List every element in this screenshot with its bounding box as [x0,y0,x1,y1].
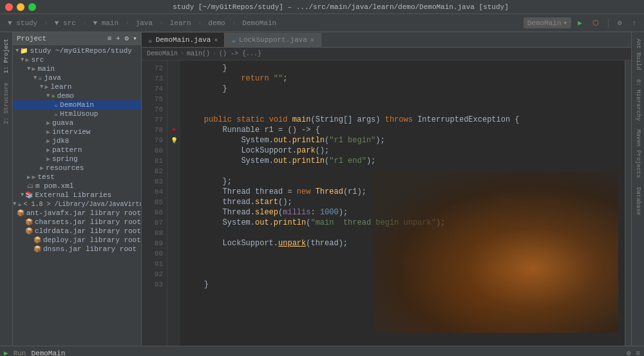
lib-icon: 📚 [25,191,33,199]
tree-item-extlibs[interactable]: ▼ 📚 External Libraries [13,191,141,200]
tree-item-java[interactable]: ▼ ☕ java [13,73,141,82]
tree-item-antjar[interactable]: 📦 ant-javafx.jar library root [13,209,141,218]
tree-item-charsetsjar[interactable]: 📦 charsets.jar library root [13,218,141,227]
tree-item-spring[interactable]: ▶ spring [13,155,141,164]
breakpoint-indicator[interactable]: ● [167,125,180,135]
tab-close-icon[interactable]: ✕ [214,36,218,44]
tree-item-jdk8[interactable]: ▶ jdk8 [13,136,141,145]
tree-item-resources[interactable]: ▶ resources [13,164,141,173]
code-line-85: thread.start(); [185,197,625,207]
tree-item-interview[interactable]: ▶ interview [13,127,141,136]
tree-item-cldrjar[interactable]: 📦 cldrdata.jar library root [13,227,141,236]
tree-item-learn[interactable]: ▼ ▶ learn [13,82,141,91]
editor-scrollbar[interactable] [625,61,631,346]
tree-item-main[interactable]: ▼ ▶ main [13,64,141,73]
settings-icon[interactable]: ⚙ [627,349,631,356]
tree-item-jdk18[interactable]: ▼ ☕ < 1.8 > /Library/Java/JavaVirtualMac… [13,200,141,209]
jdk-icon: ☕ [17,200,21,208]
code-line-91 [185,259,625,269]
tree-item-deployjar[interactable]: 📦 deploy.jar library root [13,236,141,245]
run-panel: ▶ Run DemoMain ⚙ ≡ ▶ ■ ↺ ⏸ ↓ ⚙ /Library/… [0,346,644,356]
maximize-button[interactable] [28,3,36,11]
code-line-83: }; [185,176,625,187]
breadcrumb-java[interactable]: java [132,18,156,28]
tree-item-demo[interactable]: ▼ ◈ demo [13,91,141,100]
left-panel-tabs: 1: Project 2: Structure [0,32,13,346]
java-file-icon: ☕ [54,101,58,109]
tree-item-pattern[interactable]: ▶ pattern [13,145,141,155]
tree-item-pomxml[interactable]: 🗂 m pom.xml [13,182,141,191]
toolbar-separator [608,18,609,28]
tree-item-demomain[interactable]: ☕ DemoMain [13,100,141,109]
project-tree: ▼ 📁 study ~/myGitRepos/study ▼ ▶ src ▼ ▶… [13,45,141,346]
run-button[interactable]: ▶ [574,17,586,28]
folder-icon: ▶ [32,65,35,73]
project-panel-title: Project [17,35,46,42]
breadcrumb-demomain[interactable]: DemoMain [147,50,178,57]
sidebar-item-project[interactable]: 1: Project [1,35,12,77]
code-line-78: Runnable r1 = () -> { [185,125,625,135]
line-numbers: 72 73 74 75 76 77 78 79 80 81 82 83 84 8… [142,61,167,346]
code-line-92 [185,269,625,279]
tab-locksupport[interactable]: ☕ LockSupport.java ✕ [225,33,321,47]
folder-icon: ▶ [46,128,50,136]
xml-file-icon: 🗂 [27,182,33,190]
breadcrumb-demomain[interactable]: DemoMain [238,18,280,28]
project-panel-actions[interactable]: ≡ + ⚙ ▾ [108,34,137,42]
editor-tab-bar: ☕ DemoMain.java ✕ ☕ LockSupport.java ✕ [142,32,631,48]
tree-item-htmlusoup[interactable]: ☕ HtmlUsoup [13,109,141,118]
update-button[interactable]: ↑ [628,18,640,28]
jar-icon: 📦 [25,218,33,226]
panel-options-icon[interactable]: ≡ [636,350,640,357]
jar-icon: 📦 [17,209,24,217]
tab-demomain[interactable]: ☕ DemoMain.java ✕ [142,33,225,47]
run-icon: ▶ [4,349,8,356]
java-file-icon: ☕ [231,36,236,44]
code-line-89: LockSupport.unpark(thread); [185,238,625,248]
folder-icon: ▶ [46,119,50,127]
breadcrumb-src[interactable]: ▼ src [51,18,80,28]
window-controls [5,3,36,11]
folder-icon: ▶ [32,173,35,181]
module-icon: ◈ [51,92,55,100]
project-breadcrumb-study[interactable]: ▼ study [4,18,41,28]
tree-item-test[interactable]: ▶ ▶ test [13,173,141,182]
run-demomain-label[interactable]: DemoMain [31,350,65,357]
folder-icon: ▶ [25,56,29,64]
jar-icon: 📦 [25,227,33,235]
sidebar-item-structure[interactable]: 2: Structure [1,79,12,128]
run-tab-label[interactable]: Run [14,350,26,357]
info-indicator: 💡 [167,135,180,145]
project-panel-header: Project ≡ + ⚙ ▾ [13,32,141,45]
tab-maven[interactable]: Maven Projects [633,126,643,182]
breadcrumb-lambda[interactable]: () -> {...} [219,50,261,57]
code-line-82 [185,166,625,176]
close-button[interactable] [5,3,13,11]
code-line-93: } [185,279,625,290]
tree-item-study[interactable]: ▼ 📁 study ~/myGitRepos/study [13,46,141,55]
tab-database[interactable]: Database [633,183,643,219]
folder-icon: ▶ [44,83,48,91]
breadcrumb-main[interactable]: ▼ main [89,18,122,28]
settings-button[interactable]: ⚙ [614,17,626,28]
tree-item-dnsnsjar[interactable]: 📦 dnsns.jar library root [13,245,141,254]
tree-item-guava[interactable]: ▶ guava [13,118,141,127]
tab-ant-build[interactable]: Ant Build [633,35,643,74]
code-line-77: public static void main(String[] args) t… [185,115,625,125]
editor-area: ☕ DemoMain.java ✕ ☕ LockSupport.java ✕ D… [142,32,631,346]
tab-close-icon[interactable]: ✕ [310,36,314,44]
code-line-73: return ""; [185,73,625,84]
folder-icon: ▶ [46,146,50,154]
breadcrumb-main[interactable]: main() [187,50,210,57]
folder-icon: ▶ [40,164,44,172]
run-config-dropdown[interactable]: DemoMain ▾ [524,17,571,28]
breadcrumb-demo[interactable]: demo [204,18,229,28]
code-content[interactable]: } return ""; } public static void main(S… [180,61,625,346]
minimize-button[interactable] [17,3,24,11]
breadcrumb-learn[interactable]: learn [166,18,195,28]
tab-hierarchy[interactable]: 8: Hierarchy [633,75,643,125]
debug-button[interactable]: ⬡ [589,17,603,28]
right-panel-tabs: Ant Build 8: Hierarchy Maven Projects Da… [631,32,644,346]
java-folder-icon: ☕ [38,74,42,82]
tree-item-src[interactable]: ▼ ▶ src [13,55,141,64]
